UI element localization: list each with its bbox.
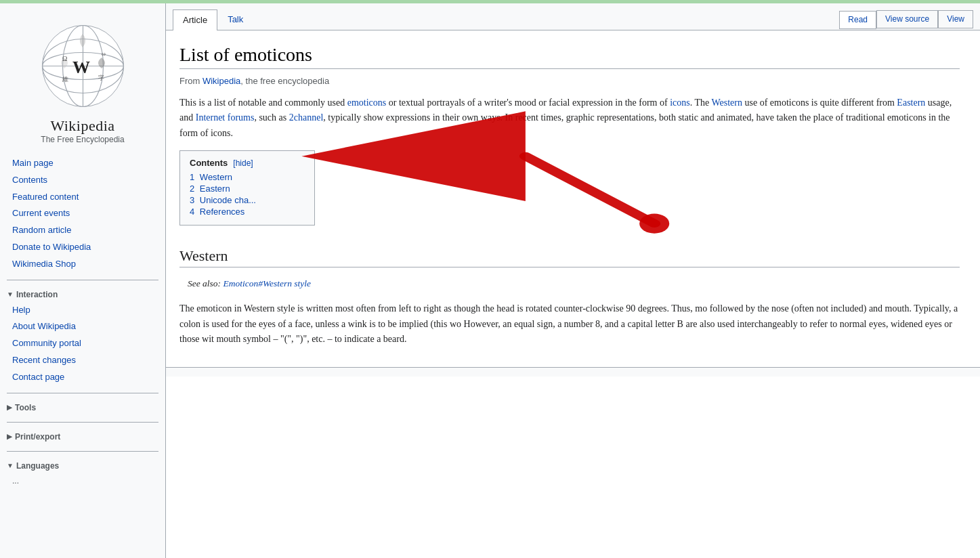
svg-text:字: 字: [98, 74, 104, 81]
toc-num-2: 2: [190, 184, 194, 194]
toc-label-references: References: [200, 207, 244, 217]
sidebar-item-contact[interactable]: Contact page: [0, 369, 165, 386]
from-line: From Wikipedia, the free encyclopedia: [179, 76, 960, 86]
tools-arrow-icon: ▶: [7, 404, 12, 411]
tab-view[interactable]: View: [938, 10, 973, 28]
sidebar-item-main-page[interactable]: Main page: [0, 155, 165, 172]
sidebar-languages-title[interactable]: ▼ Languages: [0, 458, 165, 473]
tab-view-source[interactable]: View source: [876, 10, 938, 28]
tab-read[interactable]: Read: [839, 11, 876, 29]
see-also-box: See also: Emoticon#Western style: [179, 274, 960, 293]
sidebar-divider-3: [7, 422, 158, 423]
sidebar-divider-2: [7, 393, 158, 393]
toc-link-eastern[interactable]: 2 Eastern: [190, 184, 230, 194]
svg-text:Ω: Ω: [62, 55, 67, 62]
toc-list: 1 Western 2 Eastern 3 Unicode cha.: [190, 172, 305, 217]
toc-item-1: 1 Western: [190, 172, 305, 182]
sidebar-print-title[interactable]: ▶ Print/export: [0, 429, 165, 444]
tab-left-group: Article Talk: [173, 9, 253, 30]
interaction-arrow-icon: ▼: [7, 291, 14, 298]
sidebar-interaction: ▼ Interaction Help About Wikipedia Commu…: [0, 283, 165, 390]
see-also-link[interactable]: Emoticon#Western style: [223, 278, 311, 288]
sidebar-item-about[interactable]: About Wikipedia: [0, 318, 165, 335]
svg-point-14: [639, 214, 669, 234]
toc-item-4: 4 References: [190, 207, 305, 217]
toc-item-3: 3 Unicode cha...: [190, 195, 305, 205]
2channel-link[interactable]: 2channel: [289, 112, 324, 123]
toc-item-2: 2 Eastern: [190, 184, 305, 194]
wikipedia-globe-icon: W Ω ω 字 維: [37, 20, 129, 112]
icons-link[interactable]: icons: [670, 98, 690, 108]
sidebar-item-wikimedia-shop[interactable]: Wikimedia Shop: [0, 256, 165, 273]
sidebar-item-random-article[interactable]: Random article: [0, 222, 165, 239]
languages-label: Languages: [16, 461, 59, 471]
western-section-heading: Western: [179, 247, 960, 267]
toc-box: Contents [hide] 1 Western 2 Eastern: [179, 150, 315, 226]
toc-title: Contents: [190, 158, 228, 168]
svg-text:ω: ω: [102, 50, 106, 57]
eastern-link[interactable]: Eastern: [897, 98, 925, 108]
sidebar-item-contents[interactable]: Contents: [0, 172, 165, 189]
toc-label-unicode: Unicode cha...: [200, 195, 256, 205]
see-also-prefix: See also:: [188, 278, 223, 288]
sidebar-tools-title[interactable]: ▶ Tools: [0, 400, 165, 415]
sidebar-tools: ▶ Tools: [0, 396, 165, 419]
print-arrow-icon: ▶: [7, 433, 12, 440]
toc-label-eastern: Eastern: [200, 184, 230, 194]
toc-link-references[interactable]: 4 References: [190, 207, 244, 217]
logo-subtitle: The Free Encyclopedia: [7, 135, 158, 144]
logo-area: W Ω ω 字 維 Wikipedia The Free Encyclopedi…: [0, 10, 165, 151]
sidebar-navigation: Main page Contents Featured content Curr…: [0, 151, 165, 277]
intro-paragraph: This is a list of notable and commonly u…: [179, 95, 960, 141]
emoticons-link[interactable]: emoticons: [347, 98, 387, 108]
toc-hide-link[interactable]: [hide]: [233, 158, 253, 168]
sidebar-item-help[interactable]: Help: [0, 302, 165, 319]
svg-line-13: [526, 156, 654, 223]
sidebar-interaction-title[interactable]: ▼ Interaction: [0, 287, 165, 302]
western-paragraph: The emoticon in Western style is written…: [179, 301, 960, 347]
internet-forums-link[interactable]: Internet forums: [196, 112, 255, 123]
tab-article[interactable]: Article: [173, 9, 217, 30]
sidebar-divider-1: [7, 280, 158, 280]
sidebar-item-featured-content[interactable]: Featured content: [0, 189, 165, 206]
svg-text:W: W: [72, 58, 90, 77]
toc-num-4: 4: [190, 207, 194, 217]
tab-talk[interactable]: Talk: [217, 9, 253, 30]
toc-link-western[interactable]: 1 Western: [190, 172, 232, 182]
sidebar-item-community-portal[interactable]: Community portal: [0, 335, 165, 352]
sidebar-languages: ▼ Languages ...: [0, 454, 165, 492]
print-label: Print/export: [15, 432, 60, 442]
logo-title: Wikipedia: [7, 117, 158, 135]
article-content: List of emoticons From Wikipedia, the fr…: [166, 30, 980, 367]
interaction-label: Interaction: [16, 290, 58, 299]
sidebar-print-export: ▶ Print/export: [0, 425, 165, 448]
toc-link-unicode[interactable]: 3 Unicode cha...: [190, 195, 256, 205]
toc-header: Contents [hide]: [190, 158, 305, 168]
western-link[interactable]: Western: [711, 98, 742, 108]
wikipedia-link[interactable]: Wikipedia: [203, 76, 240, 86]
main-area: Article Talk Read View source View List …: [166, 3, 980, 558]
sidebar-item-recent-changes[interactable]: Recent changes: [0, 352, 165, 369]
toc-num-3: 3: [190, 195, 194, 205]
page-title: List of emoticons: [179, 44, 960, 69]
sidebar-item-current-events[interactable]: Current events: [0, 205, 165, 222]
tools-label: Tools: [15, 403, 36, 412]
tab-right-group: Read View source View: [839, 10, 973, 30]
horizontal-scrollbar[interactable]: [166, 367, 980, 377]
sidebar: W Ω ω 字 維 Wikipedia The Free Encyclopedi…: [0, 3, 166, 558]
tab-bar: Article Talk Read View source View: [166, 3, 980, 30]
sidebar-item-donate[interactable]: Donate to Wikipedia: [0, 239, 165, 256]
sidebar-divider-4: [7, 451, 158, 452]
svg-text:維: 維: [62, 76, 68, 83]
toc-num-1: 1: [190, 172, 194, 182]
languages-content-hint: ...: [0, 473, 165, 488]
languages-arrow-icon: ▼: [7, 462, 14, 469]
toc-label-western: Western: [200, 172, 232, 182]
